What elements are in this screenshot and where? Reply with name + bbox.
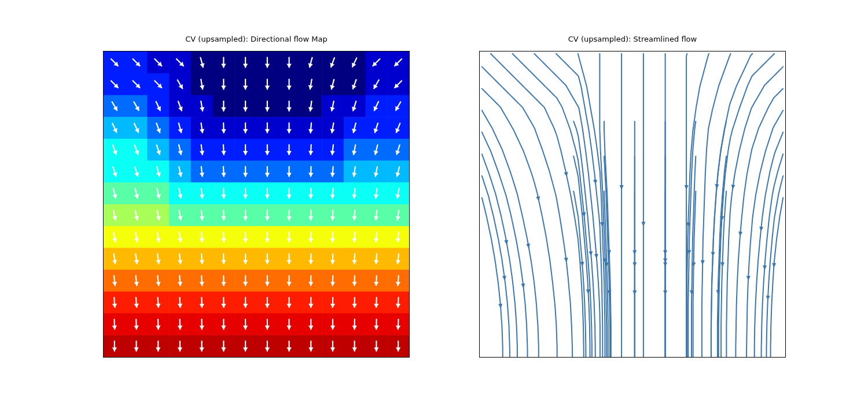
streamline [482, 89, 557, 357]
title-streamlined-flow: CV (upsampled): Streamlined flow [479, 35, 786, 43]
streamline-arrow [586, 289, 590, 294]
streamline [755, 132, 784, 357]
panel-streamlined-flow [479, 51, 786, 358]
streamline-arrow [685, 185, 689, 190]
streamline-arrow [663, 263, 667, 267]
streamline-arrow [766, 296, 770, 300]
streamline-arrow [594, 254, 598, 259]
streamline-arrow [526, 244, 530, 249]
streamline-arrow [763, 266, 767, 270]
streamline-arrow [711, 252, 715, 256]
streamline-arrow [498, 304, 502, 308]
figure: CV (upsampled): Directional flow Map CV … [0, 0, 868, 405]
streamline-arrow [536, 196, 540, 201]
streamline-arrow [720, 262, 724, 267]
streamline-arrow [632, 263, 637, 267]
streamline-arrow [620, 185, 624, 190]
streamline-arrow [701, 260, 705, 265]
streamline [482, 67, 572, 357]
streamline [482, 132, 528, 358]
streamline [767, 176, 784, 357]
streamline [513, 54, 592, 357]
streamline [735, 89, 783, 356]
streamline [482, 198, 503, 357]
streamline-arrow [746, 276, 751, 281]
streamline-arrow [641, 222, 645, 227]
streamline-arrow [772, 263, 776, 268]
panel-directional-flow [103, 51, 410, 358]
stream-plot [480, 51, 785, 357]
streamline [599, 54, 606, 357]
title-directional-flow: CV (upsampled): Directional flow Map [103, 35, 410, 43]
streamline [771, 198, 784, 357]
quiver-plot [104, 51, 409, 357]
streamline-arrow [504, 240, 508, 245]
streamline [556, 54, 602, 357]
streamline [762, 154, 784, 357]
streamline [534, 54, 600, 357]
streamline [482, 154, 517, 356]
